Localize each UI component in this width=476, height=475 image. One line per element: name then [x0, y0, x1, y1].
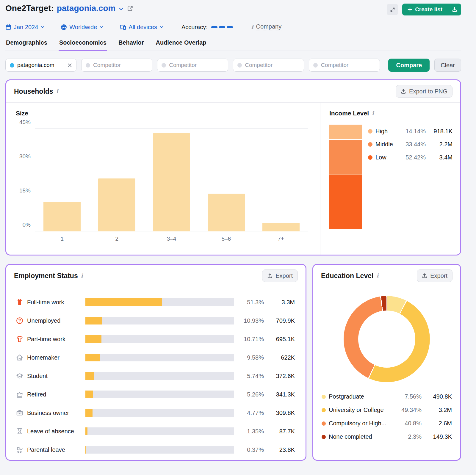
legend-percent: 40.8% [397, 420, 422, 427]
upload-icon [422, 273, 427, 278]
chevron-down-icon[interactable] [118, 6, 124, 12]
globe-icon [61, 24, 67, 30]
households-body: Size 45%30%15%0% 123–45–67+ Income Level… [6, 103, 460, 255]
date-value: Jan 2024 [14, 24, 38, 31]
page-title: One2Target: patagonia.com [5, 4, 133, 13]
employment-value: 3.3M [267, 299, 295, 306]
domain-name[interactable]: patagonia.com [57, 4, 116, 13]
employment-value: 622K [267, 354, 295, 361]
tab-behavior[interactable]: Behavior [118, 39, 145, 51]
size-chart-x-labels: 123–45–67+ [35, 236, 308, 242]
tab-audience-overlap[interactable]: Audience Overlap [155, 39, 207, 51]
competitor-input-4[interactable]: Competitor [309, 59, 380, 72]
household-size-section: Size 45%30%15%0% 123–45–67+ [6, 103, 320, 255]
competitor-input-3[interactable]: Competitor [233, 59, 304, 72]
employment-row: Homemaker9.58%622K [16, 348, 295, 367]
education-export-button[interactable]: Export [417, 269, 452, 282]
tab-demographics[interactable]: Demographics [5, 39, 48, 51]
export-png-label: Export to PNG [409, 88, 447, 95]
devices-selector[interactable]: All devices [120, 24, 164, 31]
filters-bar: Jan 2024 Worldwide All devices Accuracy:… [5, 22, 461, 32]
upload-icon [267, 273, 273, 278]
employment-header: Employment Status i Export [6, 265, 306, 287]
households-header: Households i Export to PNG [6, 80, 460, 103]
tab-label: Audience Overlap [156, 39, 206, 46]
employment-percent: 9.58% [238, 354, 264, 361]
y-tick-label: 0% [16, 222, 31, 228]
company-link[interactable]: i Company [251, 23, 281, 31]
employment-value: 341.3K [267, 391, 295, 398]
employment-bar-track [85, 317, 234, 324]
employment-percent: 51.3% [238, 299, 264, 306]
competitor-input-1[interactable]: Competitor [81, 59, 152, 72]
competitor-placeholder: Competitor [245, 62, 300, 68]
tab-label: Behavior [118, 39, 144, 46]
close-icon[interactable] [68, 63, 72, 68]
export-png-button[interactable]: Export to PNG [396, 85, 452, 98]
stroller-icon [16, 446, 24, 454]
clear-button[interactable]: Clear [434, 59, 461, 72]
income-legend-row: Middle33.44%2.2M [368, 138, 452, 151]
employment-label: Parental leave [27, 446, 82, 453]
info-icon: i [251, 24, 253, 30]
employment-percent: 4.77% [238, 410, 264, 416]
education-title: Education Level [321, 272, 373, 280]
education-legend-row: Postgraduate7.56%490.8K [322, 390, 452, 403]
legend-value: 2.6M [425, 420, 452, 427]
info-icon[interactable]: i [372, 111, 374, 116]
info-icon[interactable]: i [376, 273, 378, 278]
competitor-placeholder: Competitor [169, 62, 224, 68]
info-icon[interactable]: i [56, 89, 58, 94]
size-chart-title: Size [16, 110, 308, 117]
legend-dot [368, 155, 372, 160]
download-icon[interactable] [448, 4, 461, 15]
compare-button[interactable]: Compare [388, 59, 430, 72]
bar-slot [90, 129, 144, 231]
legend-percent: 14.14% [398, 128, 426, 135]
income-level-title: Income Level [329, 110, 369, 117]
tab-label: Socioeconomics [59, 39, 107, 46]
competitor-input-2[interactable]: Competitor [157, 59, 228, 72]
legend-dot [322, 395, 326, 399]
location-selector[interactable]: Worldwide [61, 24, 104, 31]
upload-icon [401, 89, 406, 94]
legend-dot [322, 421, 326, 426]
legend-label: Middle [375, 141, 395, 148]
employment-bar-fill [85, 298, 162, 306]
company-label: Company [256, 23, 282, 31]
main-domain-chip[interactable]: patagonia.com [5, 59, 76, 72]
employment-percent: 10.71% [238, 336, 264, 343]
legend-percent: 7.56% [397, 393, 422, 400]
employment-bar-track [85, 446, 234, 454]
bar-slot [253, 129, 308, 231]
accuracy-label: Accuracy: [181, 24, 208, 31]
employment-bar-fill [85, 409, 93, 417]
competitor-placeholder: Competitor [321, 62, 375, 68]
create-list-button[interactable]: Create list [402, 4, 461, 15]
tool-name: One2Target: [5, 4, 54, 13]
home-icon [16, 354, 24, 361]
employment-export-label: Export [275, 272, 293, 279]
competitor-dot [237, 63, 242, 68]
info-icon[interactable]: i [81, 273, 83, 278]
education-legend-row: University or College49.34%3.2M [322, 403, 452, 417]
legend-percent: 49.34% [397, 407, 422, 413]
header-actions: Create list [387, 4, 461, 15]
expand-button[interactable] [387, 4, 398, 15]
income-segment-middle [329, 139, 362, 174]
tab-socioeconomics[interactable]: Socioeconomics [59, 39, 107, 51]
legend-value: 2.2M [429, 141, 452, 148]
employment-export-button[interactable]: Export [262, 269, 298, 282]
employment-percent: 5.26% [238, 391, 264, 398]
employment-label: Student [27, 373, 82, 380]
employment-bar-track [85, 372, 234, 380]
x-tick-label: 3–4 [144, 236, 199, 242]
employment-bar-fill [85, 354, 100, 361]
shirt-icon [16, 298, 24, 306]
compare-bar: patagonia.com CompetitorCompetitorCompet… [5, 59, 461, 72]
date-selector[interactable]: Jan 2024 [5, 24, 45, 31]
external-link-icon[interactable] [127, 5, 133, 12]
employment-value: 87.7K [267, 428, 295, 435]
calendar-icon [5, 24, 11, 30]
employment-bar-fill [85, 372, 94, 380]
